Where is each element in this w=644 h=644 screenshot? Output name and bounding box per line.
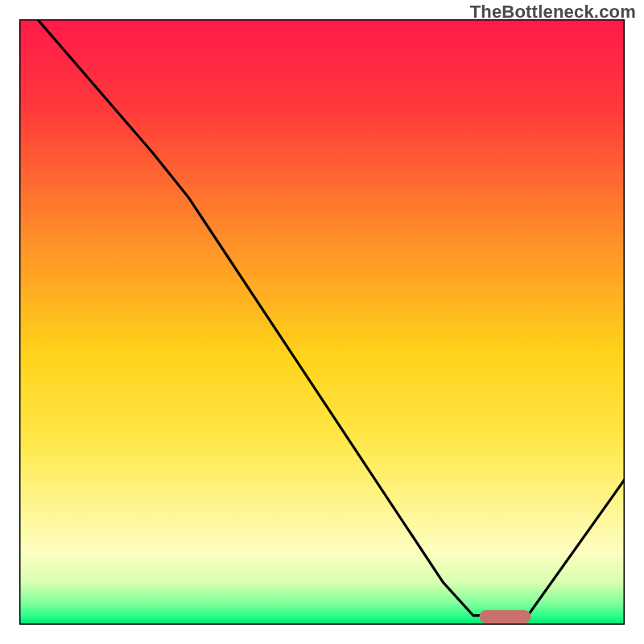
plot-area: [19, 19, 625, 625]
gradient-background: [19, 19, 625, 625]
optimal-range-marker: [480, 610, 531, 624]
chart-container: TheBottleneck.com: [0, 0, 644, 644]
attribution-label: TheBottleneck.com: [470, 2, 636, 23]
chart-svg: [19, 19, 625, 625]
